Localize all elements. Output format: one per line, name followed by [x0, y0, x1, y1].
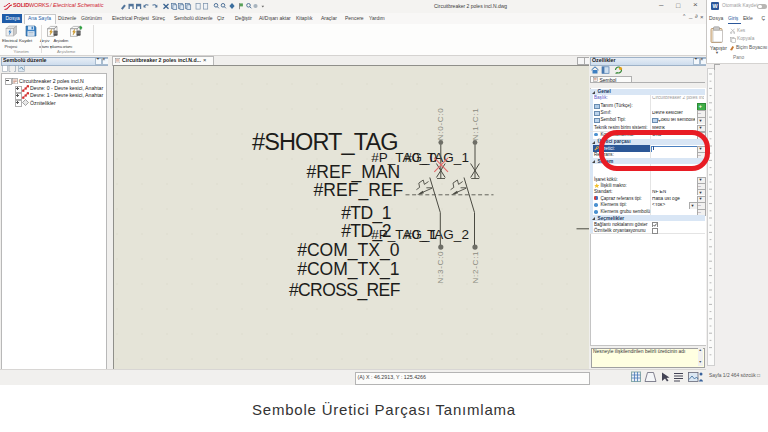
svg-text:N:1-C:1: N:1-C:1 [470, 107, 479, 140]
svg-text:N:3-C:0: N:3-C:0 [436, 250, 445, 283]
svg-text:N:2-C:1: N:2-C:1 [470, 250, 479, 283]
svg-text:N:0-C:0: N:0-C:0 [436, 107, 445, 140]
